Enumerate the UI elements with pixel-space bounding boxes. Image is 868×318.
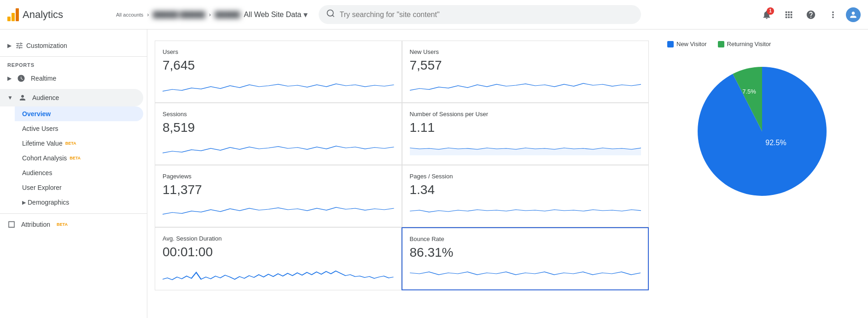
person-icon — [18, 94, 27, 102]
arrow-down-icon: ▼ — [7, 94, 13, 101]
logo-icon — [7, 8, 19, 21]
legend-item-returning-visitor: Returning Visitor — [718, 41, 771, 47]
sidebar-item-cohort-analysis[interactable]: Cohort Analysis BETA — [15, 151, 143, 165]
sidebar-item-demographics[interactable]: ▶ Demographics — [15, 195, 143, 210]
pie-label-returning-pct: 7.5% — [742, 88, 756, 95]
pie-chart-container: 92.5% 7.5% — [667, 53, 857, 210]
sidebar-item-overview[interactable]: Overview — [15, 106, 143, 121]
svg-line-1 — [332, 15, 334, 17]
sidebar-divider — [0, 56, 147, 57]
notification-button[interactable]: 1 — [757, 6, 776, 24]
audience-label: Audience — [32, 94, 59, 101]
metric-label-pages-session: Pages / Session — [410, 173, 641, 180]
arrow-right-icon-realtime: ▶ — [7, 75, 12, 82]
realtime-label: Realtime — [31, 75, 56, 82]
legend-label-new-visitor: New Visitor — [676, 41, 707, 47]
metric-value-users: 7,645 — [163, 58, 394, 73]
metrics-grid: Users 7,645 New Users 7,557 — [147, 41, 656, 307]
metric-value-new-users: 7,557 — [410, 58, 641, 73]
logo-bar-2 — [12, 13, 15, 21]
arrow-right-icon: ▶ — [7, 42, 12, 49]
metric-card-pageviews[interactable]: Pageviews 11,377 — [155, 165, 402, 227]
breadcrumb-arrow-icon: › — [147, 11, 149, 18]
sidebar-item-user-explorer[interactable]: User Explorer — [15, 180, 143, 195]
logo-bar-1 — [7, 17, 11, 21]
metric-card-pages-session[interactable]: Pages / Session 1.34 — [402, 165, 649, 227]
breadcrumb-view[interactable]: All Web Site Data ▾ — [244, 10, 307, 20]
metrics-row-4: Avg. Session Duration 00:01:00 Bounce Ra… — [155, 227, 649, 290]
overview-label: Overview — [22, 110, 51, 118]
sparkline-avg-duration — [163, 263, 394, 282]
audience-children: Overview Active Users Lifetime Value BET… — [0, 106, 147, 210]
metric-label-avg-duration: Avg. Session Duration — [163, 235, 394, 242]
notification-badge: 1 — [767, 7, 774, 15]
sparkline-pageviews — [163, 201, 394, 219]
legend-dot-returning-visitor — [718, 41, 724, 47]
breadcrumb: All accounts › ██████ ██████ › ██████ Al… — [116, 10, 308, 20]
logo-bar-3 — [16, 8, 19, 21]
legend-item-new-visitor: New Visitor — [667, 41, 707, 47]
avatar[interactable] — [846, 7, 861, 22]
sparkline-users — [163, 77, 394, 95]
metric-value-bounce-rate: 86.31% — [410, 245, 641, 260]
breadcrumb-account-name: ██████ ██████ — [153, 11, 205, 18]
logo: Analytics — [7, 8, 109, 21]
attribution-label: Attribution — [21, 221, 50, 228]
apps-button[interactable] — [780, 6, 798, 24]
metric-value-sessions-per-user: 1.11 — [410, 120, 641, 135]
sparkline-sessions — [163, 139, 394, 157]
sidebar-item-customization[interactable]: ▶ Customization — [0, 37, 147, 54]
sparkline-pages-session — [410, 201, 641, 219]
arrow-right-demographics-icon: ▶ — [22, 200, 26, 206]
logo-text: Analytics — [23, 9, 63, 21]
sparkline-bounce-rate — [410, 264, 641, 282]
customization-icon — [15, 41, 23, 50]
reports-header: REPORTS — [0, 59, 147, 70]
sidebar-item-audiences[interactable]: Audiences — [15, 165, 143, 180]
header-actions: 1 — [757, 6, 861, 24]
audience-group: ▼ Audience Overview Active Users Lifetim… — [0, 87, 147, 212]
sidebar: ▶ Customization REPORTS ▶ Realtime ▼ Aud… — [0, 29, 147, 318]
metric-card-new-users[interactable]: New Users 7,557 — [402, 41, 649, 103]
sparkline-sessions-per-user — [410, 139, 641, 157]
help-button[interactable] — [802, 6, 820, 24]
sidebar-item-active-users[interactable]: Active Users — [15, 121, 143, 136]
metric-label-pageviews: Pageviews — [163, 173, 394, 180]
more-options-button[interactable] — [824, 6, 842, 24]
metric-card-avg-duration[interactable]: Avg. Session Duration 00:01:00 — [155, 227, 402, 290]
breadcrumb-dropdown-icon[interactable]: ▾ — [303, 10, 308, 20]
sidebar-divider2 — [0, 213, 147, 214]
metric-label-sessions-per-user: Number of Sessions per User — [410, 111, 641, 118]
attribution-beta-badge: BETA — [57, 222, 68, 227]
metric-card-users[interactable]: Users 7,645 — [155, 41, 402, 103]
demographics-label: Demographics — [28, 199, 69, 206]
pie-chart: 92.5% 7.5% — [684, 53, 840, 210]
pie-slice-new-visitor[interactable] — [698, 67, 827, 196]
metrics-row-3: Pageviews 11,377 Pages / Session 1.34 — [155, 165, 649, 227]
metric-card-sessions[interactable]: Sessions 8,519 — [155, 103, 402, 165]
metric-label-bounce-rate: Bounce Rate — [410, 236, 641, 242]
metrics-row-1: Users 7,645 New Users 7,557 — [155, 41, 649, 103]
sidebar-item-audience[interactable]: ▼ Audience — [0, 89, 143, 106]
metric-card-bounce-rate[interactable]: Bounce Rate 86.31% — [402, 227, 649, 290]
breadcrumb-arrow2-icon: › — [209, 11, 211, 18]
search-bar[interactable] — [319, 5, 641, 24]
metric-label-users: Users — [163, 48, 394, 55]
breadcrumb-all-accounts[interactable]: All accounts — [116, 12, 143, 18]
main-content: Users 7,645 New Users 7,557 — [147, 29, 868, 318]
sparkline-new-users — [410, 77, 641, 95]
pie-label-new-pct: 92.5% — [765, 139, 786, 147]
metric-value-pages-session: 1.34 — [410, 183, 641, 197]
main-layout: ▶ Customization REPORTS ▶ Realtime ▼ Aud… — [0, 0, 868, 318]
metric-card-sessions-per-user[interactable]: Number of Sessions per User 1.11 — [402, 103, 649, 165]
customization-label: Customization — [26, 42, 67, 49]
sidebar-item-lifetime-value[interactable]: Lifetime Value BETA — [15, 136, 143, 151]
sidebar-item-realtime[interactable]: ▶ Realtime — [0, 70, 143, 87]
sidebar-item-attribution[interactable]: Attribution BETA — [0, 216, 143, 233]
metrics-row-2: Sessions 8,519 Number of Sessions per Us… — [155, 103, 649, 165]
search-input[interactable] — [340, 11, 634, 19]
chart-legend: New Visitor Returning Visitor — [667, 41, 857, 47]
metric-label-new-users: New Users — [410, 48, 641, 55]
svg-rect-2 — [410, 149, 641, 155]
user-explorer-label: User Explorer — [22, 184, 62, 191]
